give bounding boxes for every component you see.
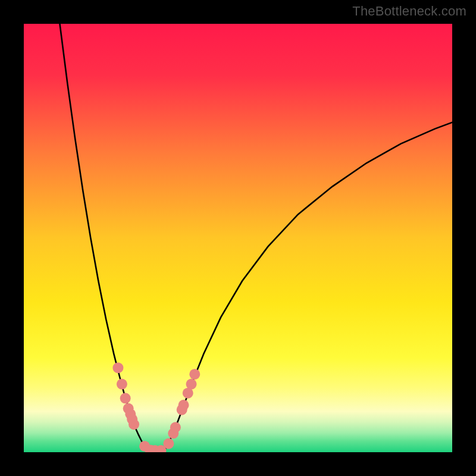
curve-right-curve: [163, 123, 452, 452]
curve-left-curve: [60, 24, 149, 452]
marker-left-6: [129, 419, 139, 430]
marker-left-0: [112, 362, 123, 373]
marker-left-2: [120, 393, 131, 403]
chart-overlay: [24, 24, 452, 452]
marker-right-7: [186, 379, 197, 390]
marker-left-1: [117, 379, 127, 390]
plot-area: [24, 24, 452, 452]
marker-right-5: [178, 400, 189, 411]
marker-right-3: [170, 422, 181, 433]
markers-group: [112, 362, 200, 452]
chart-container: TheBottleneck.com: [0, 0, 476, 476]
marker-right-8: [189, 369, 200, 380]
watermark-text: TheBottleneck.com: [352, 4, 466, 19]
marker-right-1: [163, 439, 174, 449]
